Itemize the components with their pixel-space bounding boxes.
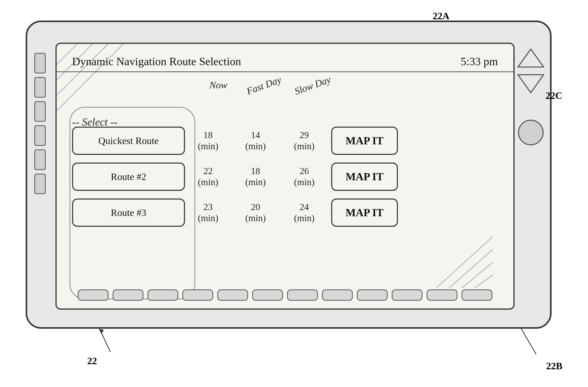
map-it-button-2[interactable]: MAP IT	[331, 163, 398, 191]
screen-title: Dynamic Navigation Route Selection	[72, 55, 241, 68]
label-22: 22	[87, 355, 97, 366]
route1-fast-stat: 14(min)	[231, 130, 280, 152]
route1-slow-stat: 29(min)	[280, 130, 329, 152]
screen-content: -- Select -- Now Fast Day Slow Day	[57, 72, 513, 285]
bottom-slot-7[interactable]	[287, 289, 318, 301]
select-area-background	[70, 107, 195, 299]
col-header-now: Now	[195, 80, 241, 91]
screen-time: 5:33 pm	[461, 55, 498, 68]
bottom-slot-8[interactable]	[322, 289, 353, 301]
route2-fast-stat: 18(min)	[231, 166, 280, 188]
svg-line-3	[100, 330, 110, 352]
route3-slow-stat: 24(min)	[280, 202, 329, 224]
screen-header: Dynamic Navigation Route Selection 5:33 …	[57, 52, 513, 72]
svg-marker-6	[518, 49, 544, 67]
route2-slow-stat: 26(min)	[280, 166, 329, 188]
main-screen: Dynamic Navigation Route Selection 5:33 …	[55, 43, 515, 310]
bottom-slot-6[interactable]	[252, 289, 283, 301]
bottom-slot-1[interactable]	[78, 289, 109, 301]
left-button-4[interactable]	[34, 125, 46, 146]
svg-marker-7	[518, 75, 544, 93]
map-it-button-3[interactable]: MAP IT	[331, 199, 398, 227]
label-22c: 22C	[546, 90, 562, 101]
page: Dynamic Navigation Route Selection 5:33 …	[0, 0, 588, 387]
left-button-3[interactable]	[34, 101, 46, 122]
bottom-slot-5[interactable]	[217, 289, 248, 301]
left-button-1[interactable]	[34, 53, 46, 73]
col-header-slowday: Slow Day	[293, 74, 332, 97]
bottom-slot-9[interactable]	[357, 289, 388, 301]
bottom-slot-12[interactable]	[462, 289, 492, 301]
svg-marker-4	[99, 329, 104, 334]
triangle-down-icon[interactable]	[517, 73, 545, 94]
bottom-slot-4[interactable]	[182, 289, 213, 301]
right-controls	[517, 48, 545, 145]
triangle-up-icon[interactable]	[517, 48, 545, 68]
label-22b: 22B	[546, 360, 562, 372]
knob-control[interactable]	[518, 120, 544, 145]
route3-fast-stat: 20(min)	[231, 202, 280, 224]
left-button-2[interactable]	[34, 77, 46, 98]
bottom-slot-3[interactable]	[148, 289, 178, 301]
map-it-button-1[interactable]: MAP IT	[331, 127, 398, 155]
left-button-group	[34, 53, 46, 194]
col-header-fastday: Fast Day	[244, 74, 284, 97]
left-button-6[interactable]	[34, 174, 46, 194]
left-button-5[interactable]	[34, 149, 46, 170]
bottom-slots-row	[77, 289, 493, 301]
bottom-slot-10[interactable]	[392, 289, 423, 301]
bottom-slot-2[interactable]	[113, 289, 143, 301]
device-bezel: Dynamic Navigation Route Selection 5:33 …	[26, 21, 552, 329]
label-22a: 22A	[433, 10, 449, 22]
bottom-slot-11[interactable]	[427, 289, 457, 301]
column-headers: Now Fast Day Slow Day	[195, 80, 498, 91]
